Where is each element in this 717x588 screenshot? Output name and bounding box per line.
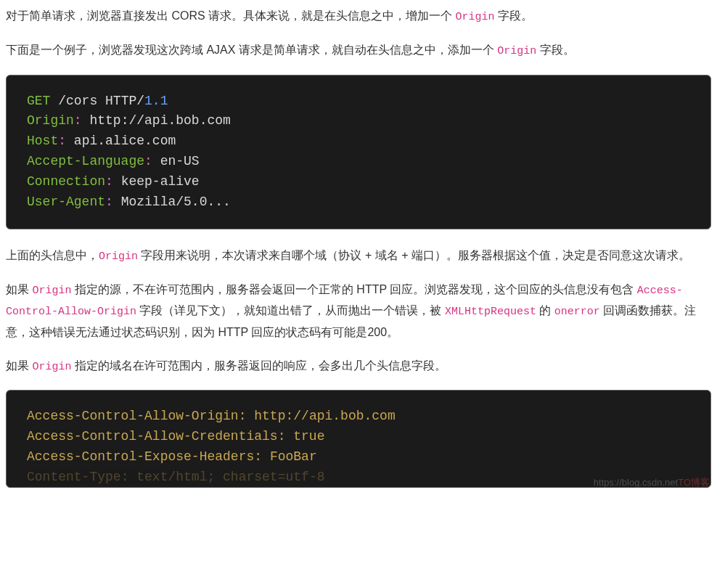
text: 字段。 <box>536 44 574 56</box>
http-path: /cors <box>50 94 105 108</box>
text: 指定的域名在许可范围内，服务器返回的响应，会多出几个头信息字段。 <box>71 359 446 372</box>
http-version: 1.1 <box>144 94 168 108</box>
text: 的 <box>536 304 554 317</box>
header-colon: : <box>105 195 113 209</box>
header-name: Connection <box>27 174 105 189</box>
code-block-request: GET /cors HTTP/1.1 Origin: http://api.bo… <box>6 75 711 229</box>
text: 下面是一个例子，浏览器发现这次跨域 AJAX 请求是简单请求，就自动在头信息之中… <box>6 44 497 56</box>
header-name: User-Agent <box>27 195 105 209</box>
header-colon: : <box>239 409 247 423</box>
header-colon: : <box>144 154 152 168</box>
inline-code-origin: Origin <box>32 361 71 373</box>
header-name: Access-Control-Expose-Headers <box>27 449 254 464</box>
inline-code-origin: Origin <box>32 285 71 297</box>
header-value: FooBar <box>262 449 317 464</box>
header-name: Access-Control-Allow-Credentials <box>27 429 278 444</box>
header-name: Host <box>27 134 58 148</box>
header-colon: : <box>254 449 262 464</box>
inline-code-xhr: XMLHttpRequest <box>445 306 536 318</box>
inline-code-origin: Origin <box>456 11 495 23</box>
header-value: en-US <box>152 154 200 168</box>
paragraph-5: 如果 Origin 指定的域名在许可范围内，服务器返回的响应，会多出几个头信息字… <box>6 356 711 377</box>
paragraph-3: 上面的头信息中，Origin 字段用来说明，本次请求来自哪个域（协议 + 域名 … <box>6 245 711 266</box>
header-value: api.alice.com <box>66 134 176 148</box>
header-value: text/html; charset=utf-8 <box>128 470 324 484</box>
inline-code-origin: Origin <box>497 45 536 57</box>
text: 上面的头信息中， <box>6 249 99 261</box>
text: 如果 <box>6 283 32 295</box>
header-name: Origin <box>27 113 74 128</box>
code-block-response: Access-Control-Allow-Origin: http://api.… <box>6 390 711 489</box>
http-method: GET <box>27 94 50 108</box>
header-value: Mozilla/5.0... <box>113 195 231 209</box>
header-colon: : <box>121 470 129 484</box>
header-value: http://api.bob.com <box>246 409 395 423</box>
paragraph-2: 下面是一个例子，浏览器发现这次跨域 AJAX 请求是简单请求，就自动在头信息之中… <box>6 40 711 61</box>
header-value: true <box>285 429 324 444</box>
paragraph-1: 对于简单请求，浏览器直接发出 CORS 请求。具体来说，就是在头信息之中，增加一… <box>6 6 711 27</box>
header-name: Access-Control-Allow-Origin <box>27 409 239 423</box>
text: 对于简单请求，浏览器直接发出 CORS 请求。具体来说，就是在头信息之中，增加一… <box>6 9 456 22</box>
inline-code-origin: Origin <box>99 250 138 263</box>
slash: / <box>136 94 144 108</box>
header-colon: : <box>74 113 82 128</box>
text: 字段用来说明，本次请求来自哪个域（协议 + 域名 + 端口）。服务器根据这个值，… <box>138 249 690 261</box>
http-protocol: HTTP <box>105 94 136 108</box>
header-name: Content-Type <box>27 470 121 484</box>
text: 字段。 <box>495 9 533 22</box>
text: 字段（详见下文），就知道出错了，从而抛出一个错误，被 <box>136 304 445 317</box>
header-value: http://api.bob.com <box>82 113 231 128</box>
text: 指定的源，不在许可范围内，服务器会返回一个正常的 HTTP 回应。浏览器发现，这… <box>71 283 636 295</box>
header-colon: : <box>105 174 113 189</box>
header-name: Accept-Language <box>27 154 144 168</box>
header-colon: : <box>278 429 286 444</box>
header-value: keep-alive <box>113 174 200 189</box>
inline-code-onerror: onerror <box>554 306 600 318</box>
header-colon: : <box>58 134 66 148</box>
paragraph-4: 如果 Origin 指定的源，不在许可范围内，服务器会返回一个正常的 HTTP … <box>6 279 711 343</box>
text: 如果 <box>6 359 32 372</box>
